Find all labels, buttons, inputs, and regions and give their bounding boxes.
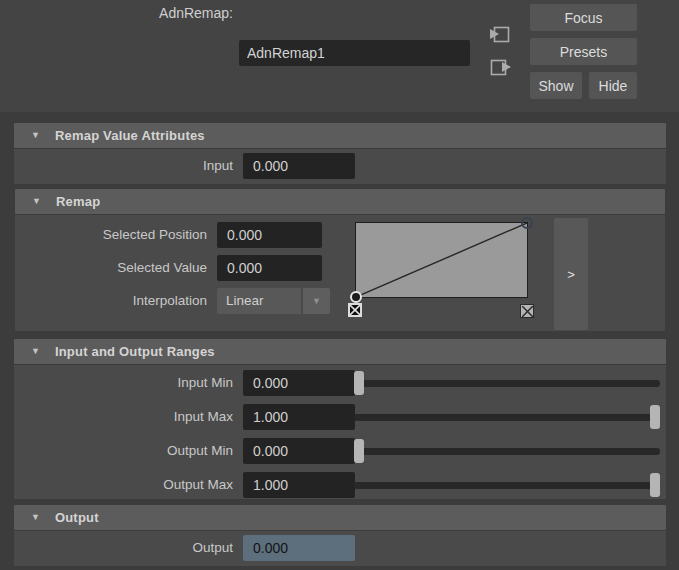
output-max-slider[interactable] xyxy=(354,472,660,498)
slider-track[interactable] xyxy=(354,482,660,489)
section-header-input-output-ranges[interactable]: ▼ Input and Output Ranges xyxy=(14,339,666,364)
hide-button[interactable]: Hide xyxy=(589,72,637,99)
section-header-output[interactable]: ▼ Output xyxy=(14,505,666,530)
output-min-field[interactable] xyxy=(243,438,355,464)
output-min-label: Output Min xyxy=(14,438,233,464)
arrow-out-of-square-icon xyxy=(488,56,512,80)
focus-button[interactable]: Focus xyxy=(530,4,637,31)
input-min-label: Input Min xyxy=(14,370,233,396)
input-label: Input xyxy=(14,153,233,179)
section-body-input-output-ranges: Input Min Input Max Output Min Output Ma… xyxy=(14,365,666,499)
collapse-triangle-icon: ▼ xyxy=(31,347,40,356)
interpolation-dropdown[interactable]: Linear ▼ xyxy=(217,288,330,314)
output-connections-button[interactable] xyxy=(488,56,512,80)
output-label: Output xyxy=(14,535,233,561)
ramp-point-selected[interactable] xyxy=(350,291,362,303)
node-header-panel: AdnRemap: Focus Presets Show Hide xyxy=(0,0,679,112)
collapse-triangle-icon: ▼ xyxy=(31,513,40,522)
section-body-remap: Selected Position Selected Value Interpo… xyxy=(15,215,665,331)
section-header-remap[interactable]: ▼ Remap xyxy=(15,189,665,214)
section-title: Remap Value Attributes xyxy=(55,128,205,143)
ramp-point-end[interactable] xyxy=(521,217,533,229)
input-max-slider[interactable] xyxy=(354,404,660,430)
chevron-down-icon: ▼ xyxy=(312,297,321,306)
x-icon xyxy=(350,305,360,315)
x-icon xyxy=(522,306,533,317)
output-max-label: Output Max xyxy=(14,472,233,498)
output-field[interactable] xyxy=(243,535,355,561)
selected-value-field[interactable] xyxy=(217,255,322,281)
remap-curve-line xyxy=(356,223,527,297)
section-body-output: Output xyxy=(14,531,666,566)
input-max-field[interactable] xyxy=(243,404,355,430)
node-name-input[interactable] xyxy=(239,40,470,66)
slider-track[interactable] xyxy=(354,448,660,455)
interpolation-label: Interpolation xyxy=(15,288,207,314)
interpolation-selected-value: Linear xyxy=(217,288,301,314)
delete-point-marker-selected[interactable] xyxy=(348,303,362,317)
section-body-remap-value-attributes: Input xyxy=(14,149,666,184)
slider-track[interactable] xyxy=(354,380,660,387)
output-max-field[interactable] xyxy=(243,472,355,498)
presets-button[interactable]: Presets xyxy=(530,38,637,65)
slider-track[interactable] xyxy=(354,414,660,421)
remap-curve-widget[interactable] xyxy=(355,222,528,298)
slider-handle[interactable] xyxy=(650,473,660,497)
slider-handle[interactable] xyxy=(354,371,364,395)
section-title: Input and Output Ranges xyxy=(55,344,215,359)
slider-handle[interactable] xyxy=(354,439,364,463)
selected-position-label: Selected Position xyxy=(15,222,207,248)
expand-ramp-button[interactable]: > xyxy=(554,218,588,330)
delete-point-marker[interactable] xyxy=(520,304,534,318)
section-header-remap-value-attributes[interactable]: ▼ Remap Value Attributes xyxy=(14,123,666,148)
input-min-field[interactable] xyxy=(243,370,355,396)
selected-position-field[interactable] xyxy=(217,222,322,248)
output-min-slider[interactable] xyxy=(354,438,660,464)
node-type-label: AdnRemap: xyxy=(0,0,233,26)
dropdown-arrow-button[interactable]: ▼ xyxy=(303,288,330,314)
input-min-slider[interactable] xyxy=(354,370,660,396)
input-max-label: Input Max xyxy=(14,404,233,430)
show-button[interactable]: Show xyxy=(530,72,582,99)
collapse-triangle-icon: ▼ xyxy=(32,197,41,206)
input-connections-button[interactable] xyxy=(488,23,512,47)
section-title: Output xyxy=(55,510,99,525)
section-title: Remap xyxy=(56,194,100,209)
slider-handle[interactable] xyxy=(650,405,660,429)
selected-value-label: Selected Value xyxy=(15,255,207,281)
collapse-triangle-icon: ▼ xyxy=(31,131,40,140)
arrow-into-square-icon xyxy=(488,23,512,47)
input-field[interactable] xyxy=(243,153,355,179)
